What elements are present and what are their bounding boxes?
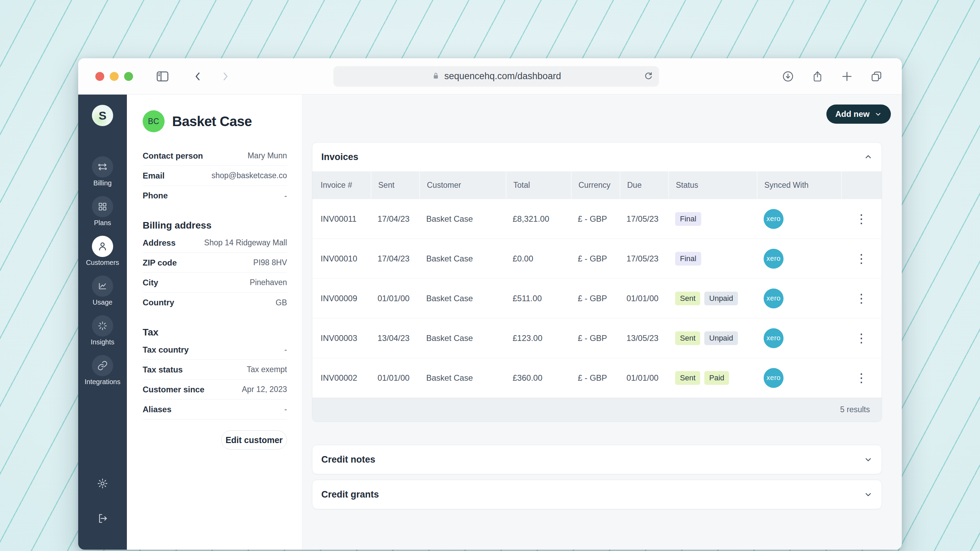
sidebar-item-insights[interactable]: Insights [91,315,115,346]
customer-name: Basket Case [172,114,252,129]
logout-icon[interactable] [97,513,108,526]
customer-cell: Basket Case [419,279,506,318]
sidebar-item-label: Usage [92,299,113,306]
tab-overview-icon[interactable] [870,70,883,83]
share-icon[interactable] [811,70,824,83]
xero-icon: xero [764,209,784,229]
sidebar-item-integrations[interactable]: Integrations [85,355,121,386]
customer-cell: Basket Case [419,358,506,397]
kebab-menu-icon[interactable]: ⋮ [855,332,867,345]
status-badge: Sent [675,331,700,345]
chevron-up-icon[interactable] [864,152,873,161]
synced-cell: xero [757,239,841,278]
sidebar-item-label: Plans [94,219,111,227]
actions-cell: ⋮ [841,318,881,358]
traffic-lights [95,72,133,81]
table-row[interactable]: INV00009 01/01/00 Basket Case £511.00 £ … [312,278,881,318]
field-value: - [284,345,287,354]
zoom-window-button[interactable] [124,72,133,81]
currency-cell: £ - GBP [571,358,620,397]
actions-cell: ⋮ [841,358,881,397]
browser-toolbar: sequencehq.com/dashboard [78,58,902,95]
invoices-header[interactable]: Invoices [312,143,881,171]
edit-customer-button[interactable]: Edit customer [221,430,287,449]
field-label: Phone [143,191,168,200]
chevron-down-icon[interactable] [864,490,873,499]
field-value: PI98 8HV [253,258,287,267]
url-text: sequencehq.com/dashboard [444,71,561,81]
status-cell: SentUnpaid [668,318,757,358]
credit-notes-card[interactable]: Credit notes [312,445,882,474]
sidebar-item-usage[interactable]: Usage [92,275,113,306]
status-cell: SentUnpaid [668,279,757,318]
total-cell: £360.00 [506,358,571,397]
field-value: - [284,191,287,200]
invoices-table-header: Invoice # Sent Customer Total Currency D… [312,171,881,199]
forward-button-icon[interactable] [220,71,231,82]
column-header: Sent [371,171,419,199]
tax-details: Tax country - Tax status Tax exempt Cust… [143,340,287,419]
field-label: Aliases [143,405,172,414]
app-sidebar: S Billing [78,95,127,549]
field-value: Pinehaven [250,278,287,287]
back-button-icon[interactable] [192,71,204,82]
sidebar-item-customers[interactable]: Customers [86,236,119,267]
due-date: 13/05/23 [620,318,668,358]
sent-date: 17/04/23 [371,239,419,278]
credit-grants-title: Credit grants [321,489,379,500]
field-value: Mary Munn [248,151,287,160]
close-window-button[interactable] [95,72,104,81]
sidebar-item-plans[interactable]: Plans [92,196,113,227]
actions-cell: ⋮ [841,239,881,278]
table-row[interactable]: INV00010 17/04/23 Basket Case £0.00 £ - … [312,238,881,278]
xero-icon: xero [764,289,784,308]
invoices-card: Invoices Invoice # Sent Customer Total C… [312,142,882,422]
status-badge: Paid [704,371,729,385]
sidebar-item-label: Insights [91,338,115,346]
column-header: Currency [571,171,620,199]
kebab-menu-icon[interactable]: ⋮ [855,252,867,265]
field-label: Country [143,298,174,307]
column-header: Due [620,171,668,199]
credit-grants-card[interactable]: Credit grants [312,480,882,509]
kebab-menu-icon[interactable]: ⋮ [855,292,867,305]
address-bar[interactable]: sequencehq.com/dashboard [333,66,659,87]
minimize-window-button[interactable] [110,72,119,81]
workspace-avatar[interactable]: S [92,105,113,126]
total-cell: £123.00 [506,318,571,358]
table-row[interactable]: INV00011 17/04/23 Basket Case £8,321.00 … [312,199,881,238]
contact-person-row: Contact person Mary Munn [143,146,287,166]
status-cell: Final [668,199,757,238]
sidebar-item-billing[interactable]: Billing [92,156,113,187]
refresh-icon[interactable] [643,71,654,82]
downloads-icon[interactable] [782,70,794,83]
field-label: Tax status [143,365,183,375]
sidebar-toggle-icon[interactable] [156,70,169,83]
add-new-button[interactable]: Add new [826,105,891,124]
settings-gear-icon[interactable] [97,478,108,491]
status-cell: SentPaid [668,358,757,397]
due-date: 17/05/23 [620,239,668,278]
column-header-actions [841,171,881,199]
tax-country-row: Tax country - [143,340,287,360]
new-tab-icon[interactable] [841,70,853,83]
customer-cell: Basket Case [419,199,506,238]
invoice-number: INV00002 [312,358,371,397]
kebab-menu-icon[interactable]: ⋮ [855,372,867,384]
kebab-menu-icon[interactable]: ⋮ [855,213,867,225]
table-row[interactable]: INV00002 01/01/00 Basket Case £360.00 £ … [312,358,881,397]
customer-detail-panel: BC Basket Case Contact person Mary Munn … [127,95,302,549]
credit-notes-title: Credit notes [321,454,375,465]
billing-address-heading: Billing address [143,220,287,231]
aliases-row: Aliases - [143,400,287,419]
results-footer: 5 results [312,397,881,421]
table-row[interactable]: INV00003 13/04/23 Basket Case £123.00 £ … [312,318,881,358]
chevron-down-icon[interactable] [864,455,873,464]
sidebar-item-label: Billing [93,179,111,187]
results-count: 5 results [840,405,870,414]
sent-date: 13/04/23 [371,318,419,358]
synced-cell: xero [757,318,841,358]
column-header: Total [506,171,571,199]
sent-date: 01/01/00 [371,358,419,397]
customer-cell: Basket Case [419,239,506,278]
